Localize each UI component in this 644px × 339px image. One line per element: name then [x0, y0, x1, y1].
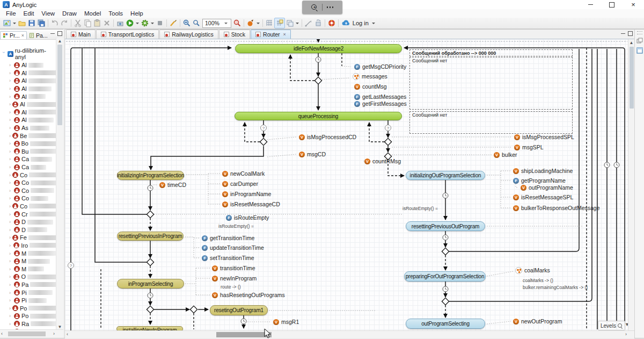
tree-item-agent[interactable]: › Al [0, 109, 63, 117]
tab-close-icon[interactable]: × [21, 33, 24, 38]
scrollbar-thumb[interactable] [630, 47, 634, 109]
format-painter-icon[interactable] [169, 18, 178, 28]
more-options-icon[interactable] [327, 6, 334, 8]
chevron-collapsed-icon[interactable]: › [9, 258, 12, 264]
tree-item-agent[interactable]: › Al [0, 85, 63, 93]
menu-item[interactable]: Draw [58, 10, 80, 17]
chevron-collapsed-icon[interactable]: › [9, 321, 12, 327]
tree-item-agent[interactable]: › Po [0, 304, 63, 312]
chevron-collapsed-icon[interactable]: › [9, 180, 12, 185]
undo-button[interactable] [50, 18, 60, 28]
tree-item-agent[interactable]: › Co [0, 194, 63, 203]
draw-connection-icon[interactable] [304, 18, 313, 28]
chevron-collapsed-icon[interactable]: › [9, 149, 12, 154]
copy-icon[interactable] [83, 18, 92, 28]
element-label[interactable]: isRouteEmpty() = [402, 205, 438, 212]
element-label[interactable]: msgSPL [514, 143, 544, 151]
chevron-collapsed-icon[interactable]: › [9, 78, 12, 83]
scrollbar-thumb[interactable] [8, 331, 46, 336]
tree-item-agent[interactable]: › Ca [0, 155, 63, 163]
debug-dropdown-icon[interactable] [151, 23, 154, 24]
element-label[interactable]: setTransitionTime [202, 254, 254, 262]
tree-item-agent[interactable]: › Fe [0, 234, 63, 242]
maximize-button[interactable] [601, 0, 623, 9]
chevron-collapsed-icon[interactable]: › [9, 102, 11, 107]
element-label[interactable]: messages [353, 73, 387, 80]
stop-button[interactable] [155, 18, 165, 28]
chevron-collapsed-icon[interactable]: › [9, 110, 12, 115]
editor-maximize-icon[interactable] [628, 31, 633, 36]
tab-close-icon[interactable]: × [283, 32, 286, 37]
run-button[interactable] [125, 18, 135, 28]
scroll-up-icon[interactable]: ▲ [56, 38, 63, 44]
open-button[interactable] [17, 18, 27, 28]
zoom-to-fit-icon[interactable] [182, 18, 192, 28]
tree-item-agent[interactable]: › M [0, 265, 63, 273]
chevron-collapsed-icon[interactable]: › [9, 274, 12, 279]
projects-horizontal-scrollbar[interactable]: ‹ › [0, 329, 63, 338]
tree-item-agent[interactable]: › M [0, 257, 63, 265]
element-label[interactable]: getProgramName [513, 177, 566, 184]
login-dropdown-icon[interactable] [372, 23, 375, 24]
scroll-right-icon[interactable]: › [625, 331, 627, 337]
tree-item-agent[interactable]: › Al [0, 77, 63, 85]
tree-item-agent[interactable]: › O [0, 273, 63, 281]
element-label[interactable]: isMsgProcessedCD [299, 133, 356, 141]
tree-item-agent[interactable]: › Bu [0, 148, 63, 156]
scroll-up-icon[interactable]: ▲ [628, 39, 634, 46]
element-label[interactable]: updateTransitionTime [202, 244, 264, 251]
zoom-selection-icon[interactable] [192, 18, 201, 28]
tree-item-agent[interactable]: › Ca [0, 163, 63, 171]
chevron-collapsed-icon[interactable]: › [9, 141, 12, 146]
login-button[interactable]: Log in [340, 20, 378, 26]
zoom-reset-icon[interactable] [232, 18, 242, 28]
editor-tab[interactable]: Stock × [219, 30, 250, 39]
model-errors-icon[interactable] [327, 18, 336, 28]
panel-minimize-icon[interactable] [50, 33, 55, 34]
element-label[interactable]: isResetMessageCD [222, 200, 280, 208]
cut-icon[interactable] [73, 18, 83, 28]
element-label[interactable]: route -> () [221, 283, 241, 291]
palette-view-icon[interactable] [636, 47, 643, 54]
element-label[interactable]: countRMsg [364, 157, 401, 165]
tree-item-agent[interactable]: › Po [0, 312, 63, 320]
element-label[interactable]: isRouteEmpty [226, 214, 269, 221]
close-button[interactable]: × [623, 0, 644, 9]
chevron-collapsed-icon[interactable]: › [9, 290, 12, 295]
element-label[interactable]: hasResetingOutPrograms [212, 291, 285, 299]
element-label[interactable]: inProgramName [222, 190, 271, 198]
tree-item-agent[interactable]: › Co [0, 203, 63, 211]
snap-to-grid-toggle[interactable] [274, 18, 285, 28]
chevron-expanded-icon[interactable]: › [1, 52, 6, 56]
debug-button[interactable] [140, 18, 150, 28]
element-label[interactable]: isMsgProcessedSPL [514, 133, 574, 141]
chevron-collapsed-icon[interactable]: › [9, 204, 11, 209]
new-model-button[interactable] [2, 18, 12, 28]
chevron-collapsed-icon[interactable]: › [9, 251, 12, 256]
tree-item-agent[interactable]: › M [0, 249, 63, 257]
tree-item-agent[interactable]: › Pi [0, 297, 63, 305]
screenshot-overlay-toolbar[interactable]: + [302, 1, 342, 14]
ink-pen-dropdown-icon[interactable] [257, 23, 260, 24]
tree-item-agent[interactable]: › Co [0, 179, 63, 187]
element-label[interactable]: isResetMessageSPL [513, 193, 573, 201]
element-label[interactable]: newInProgram [212, 275, 257, 282]
tree-item-agent[interactable]: › Al [0, 116, 63, 124]
chevron-collapsed-icon[interactable]: › [9, 172, 11, 178]
chevron-collapsed-icon[interactable]: › [9, 212, 12, 217]
scroll-left-icon[interactable]: ‹ [67, 331, 68, 337]
element-label[interactable]: getFirstMessages [354, 100, 407, 107]
element-label[interactable]: bulkerToResponseOutMessage [513, 204, 600, 212]
element-label[interactable]: newOutProgram [513, 318, 562, 325]
editor-minimize-icon[interactable] [621, 33, 625, 34]
element-label[interactable]: shipLoadingMachine [513, 167, 573, 175]
chevron-collapsed-icon[interactable]: › [9, 164, 12, 170]
tab-projects[interactable]: Pr... × [0, 31, 27, 39]
build-model-button[interactable] [115, 18, 125, 28]
scroll-right-icon[interactable]: › [53, 331, 55, 336]
rotate-shape-icon[interactable] [313, 18, 323, 28]
panel-maximize-icon[interactable] [57, 31, 62, 36]
element-label[interactable]: getLastMessages [354, 93, 406, 100]
element-label[interactable]: bulker.remainingCoalMarks -> () [523, 284, 588, 291]
element-label[interactable]: msgCD [299, 150, 326, 158]
